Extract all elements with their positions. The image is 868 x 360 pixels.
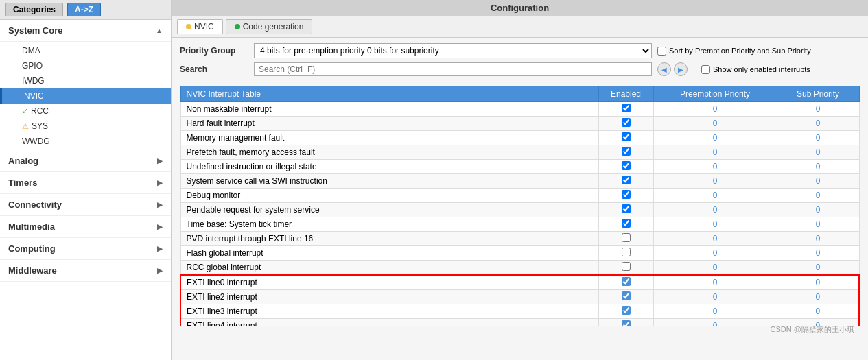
interrupt-enabled-checkbox-1[interactable] bbox=[622, 118, 631, 127]
interrupt-preemption-cell: 0 bbox=[653, 246, 777, 261]
interrupt-enabled-checkbox-6[interactable] bbox=[622, 190, 631, 199]
interrupt-sub-priority-cell: 0 bbox=[777, 117, 859, 131]
search-input[interactable] bbox=[254, 62, 652, 76]
sub-priority-value: 0 bbox=[816, 248, 821, 258]
interrupt-enabled-checkbox-12[interactable] bbox=[622, 277, 631, 286]
col-enabled: Enabled bbox=[598, 86, 653, 102]
sidebar-section-label: Middleware bbox=[8, 265, 57, 276]
preemption-value: 0 bbox=[713, 292, 718, 302]
interrupt-enabled-cell bbox=[598, 102, 653, 117]
sidebar-item-dma[interactable]: DMA bbox=[0, 43, 171, 58]
interrupt-enabled-cell bbox=[598, 160, 653, 174]
sidebar-section-6: Middleware▶ bbox=[0, 260, 171, 282]
interrupt-sub-priority-cell: 0 bbox=[777, 290, 859, 304]
sub-priority-value: 0 bbox=[816, 162, 821, 171]
interrupt-enabled-checkbox-9[interactable] bbox=[622, 233, 631, 242]
interrupt-enabled-checkbox-0[interactable] bbox=[622, 104, 631, 112]
sidebar-item-label: RCC bbox=[31, 106, 49, 116]
interrupt-sub-priority-cell: 0 bbox=[777, 160, 859, 174]
sidebar-header: Categories A->Z bbox=[0, 0, 171, 20]
sidebar-item-nvic[interactable]: NVIC bbox=[0, 88, 171, 104]
interrupt-enabled-cell bbox=[598, 217, 653, 232]
sidebar-section-header-6[interactable]: Middleware▶ bbox=[0, 260, 171, 282]
interrupt-name-cell: Non maskable interrupt bbox=[180, 102, 598, 117]
categories-button[interactable]: Categories bbox=[5, 3, 63, 16]
table-row: System service call via SWI instruction0… bbox=[180, 174, 859, 189]
sidebar-item-sys[interactable]: ⚠SYS bbox=[0, 119, 171, 134]
interrupt-sub-priority-cell: 0 bbox=[777, 246, 859, 261]
table-wrapper: NVIC Interrupt Table Enabled Preemption … bbox=[172, 86, 868, 326]
interrupt-enabled-checkbox-14[interactable] bbox=[622, 306, 631, 315]
sidebar-section-header-1[interactable]: Analog▶ bbox=[0, 150, 171, 172]
sidebar-item-wwdg[interactable]: WWDG bbox=[0, 134, 171, 149]
search-next-icon[interactable]: ▶ bbox=[674, 62, 688, 76]
interrupt-preemption-cell: 0 bbox=[653, 145, 777, 160]
sidebar-item-label: SYS bbox=[32, 121, 48, 131]
interrupt-enabled-checkbox-10[interactable] bbox=[622, 248, 631, 256]
interrupt-preemption-cell: 0 bbox=[653, 217, 777, 232]
chevron-icon: ▶ bbox=[157, 245, 163, 252]
interrupt-sub-priority-cell: 0 bbox=[777, 131, 859, 145]
sidebar-item-rcc[interactable]: ✓RCC bbox=[0, 104, 171, 119]
sub-priority-value: 0 bbox=[816, 147, 821, 157]
interrupt-enabled-checkbox-5[interactable] bbox=[622, 176, 631, 184]
interrupt-enabled-checkbox-3[interactable] bbox=[622, 147, 631, 156]
interrupt-enabled-checkbox-7[interactable] bbox=[622, 204, 631, 213]
interrupt-enabled-checkbox-4[interactable] bbox=[622, 161, 631, 170]
sidebar-section-header-3[interactable]: Connectivity▶ bbox=[0, 194, 171, 216]
interrupt-sub-priority-cell: 0 bbox=[777, 304, 859, 319]
sidebar-section-header-4[interactable]: Multimedia▶ bbox=[0, 216, 171, 238]
interrupt-name-cell: Memory management fault bbox=[180, 131, 598, 145]
sidebar-section-label: Multimedia bbox=[8, 221, 55, 232]
interrupt-sub-priority-cell: 0 bbox=[777, 102, 859, 117]
preemption-value: 0 bbox=[713, 263, 718, 272]
interrupt-tbody: Non maskable interrupt00Hard fault inter… bbox=[180, 102, 859, 326]
search-prev-icon[interactable]: ◀ bbox=[657, 62, 671, 76]
az-button[interactable]: A->Z bbox=[67, 3, 101, 16]
sidebar-section-label: Timers bbox=[8, 178, 37, 188]
interrupt-enabled-checkbox-13[interactable] bbox=[622, 291, 631, 300]
interrupt-sub-priority-cell: 0 bbox=[777, 217, 859, 232]
tab-nvic[interactable]: NVIC bbox=[177, 19, 223, 34]
interrupt-enabled-checkbox-2[interactable] bbox=[622, 132, 631, 141]
sidebar-item-label: IWDG bbox=[22, 76, 45, 86]
col-sub-priority: Sub Priority bbox=[777, 86, 859, 102]
table-row: Pendable request for system service00 bbox=[180, 203, 859, 217]
sidebar-section-header-2[interactable]: Timers▶ bbox=[0, 172, 171, 194]
table-row: Non maskable interrupt00 bbox=[180, 102, 859, 117]
sidebar-section-header-0[interactable]: System Core▲ bbox=[0, 20, 171, 42]
show-enabled-label[interactable]: Show only enabled interrupts bbox=[701, 65, 810, 74]
interrupt-enabled-cell bbox=[598, 189, 653, 203]
show-enabled-checkbox[interactable] bbox=[701, 65, 710, 74]
sidebar-item-gpio[interactable]: GPIO bbox=[0, 58, 171, 73]
table-row: EXTI line0 interrupt00 bbox=[180, 275, 859, 290]
sidebar-item-iwdg[interactable]: IWDG bbox=[0, 73, 171, 88]
sidebar-sections: System Core▲DMAGPIOIWDGNVIC✓RCC⚠SYSWWDGA… bbox=[0, 20, 171, 282]
table-row: Flash global interrupt00 bbox=[180, 246, 859, 261]
tab-code-generation[interactable]: Code generation bbox=[226, 19, 313, 34]
priority-group-select[interactable]: 4 bits for pre-emption priority 0 bits f… bbox=[254, 43, 652, 58]
interrupt-name-cell: Time base: System tick timer bbox=[180, 217, 598, 232]
sidebar-section-header-5[interactable]: Computing▶ bbox=[0, 238, 171, 260]
interrupt-enabled-cell bbox=[598, 145, 653, 160]
table-row: RCC global interrupt00 bbox=[180, 261, 859, 276]
sub-priority-value: 0 bbox=[816, 219, 821, 229]
priority-group-label: Priority Group bbox=[180, 46, 248, 56]
interrupt-enabled-checkbox-8[interactable] bbox=[622, 219, 631, 228]
sidebar-item-label: GPIO bbox=[22, 61, 43, 71]
sort-checkbox-label[interactable]: Sort by Premption Priority and Sub Prior… bbox=[657, 47, 811, 56]
interrupt-sub-priority-cell: 0 bbox=[777, 261, 859, 276]
interrupt-enabled-checkbox-11[interactable] bbox=[622, 262, 631, 271]
interrupt-name-cell: Undefined instruction or illegal state bbox=[180, 160, 598, 174]
sort-checkbox[interactable] bbox=[657, 47, 666, 56]
sidebar-section-label: System Core bbox=[8, 25, 62, 36]
interrupt-sub-priority-cell: 0 bbox=[777, 145, 859, 160]
sub-priority-value: 0 bbox=[816, 234, 821, 243]
col-preemption: Preemption Priority bbox=[653, 86, 777, 102]
interrupt-enabled-cell bbox=[598, 275, 653, 290]
chevron-icon: ▶ bbox=[157, 223, 163, 230]
sub-priority-value: 0 bbox=[815, 307, 820, 316]
sub-priority-value: 0 bbox=[816, 104, 821, 114]
interrupt-enabled-cell bbox=[598, 261, 653, 276]
table-row: Debug monitor00 bbox=[180, 189, 859, 203]
